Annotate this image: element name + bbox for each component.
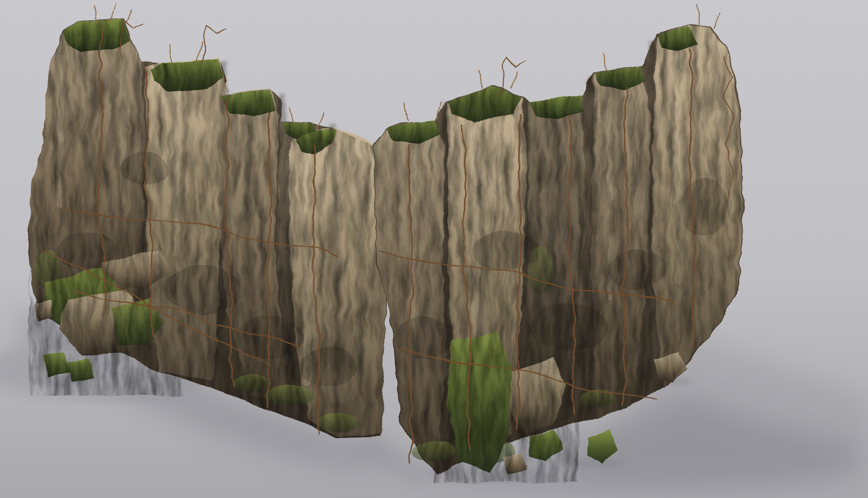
scene-canvas: 3D render: two weathered rock cliff wall… <box>0 0 868 498</box>
render-viewport: 3D render: two weathered rock cliff wall… <box>0 0 868 498</box>
